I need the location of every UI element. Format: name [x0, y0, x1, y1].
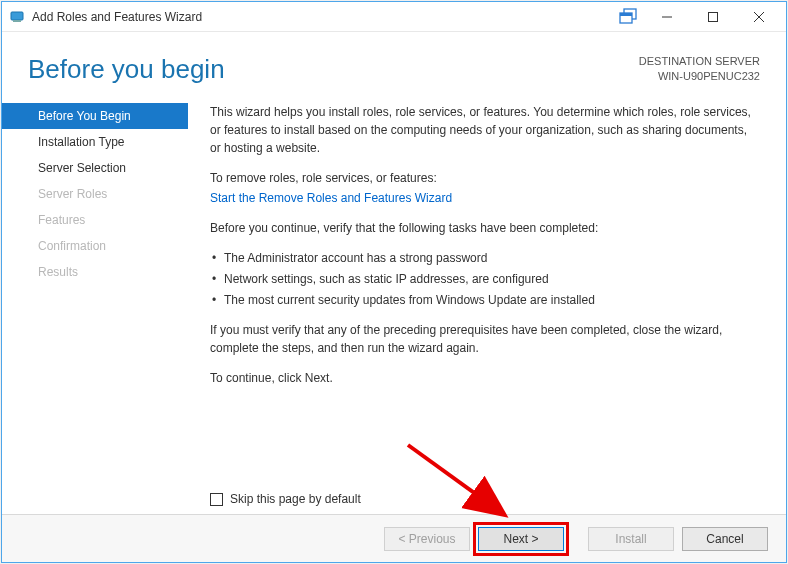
step-before-you-begin[interactable]: Before You Begin [2, 103, 188, 129]
svg-rect-1 [13, 20, 21, 22]
wizard-window: Add Roles and Features Wizard [1, 1, 787, 563]
wizard-steps-sidebar: Before You Begin Installation Type Serve… [2, 97, 188, 514]
step-confirmation: Confirmation [2, 233, 188, 259]
svg-rect-6 [709, 12, 718, 21]
remove-intro-text: To remove roles, role services, or featu… [210, 169, 760, 187]
window-title: Add Roles and Features Wizard [32, 10, 618, 24]
step-server-selection[interactable]: Server Selection [2, 155, 188, 181]
must-verify-text: If you must verify that any of the prece… [210, 321, 760, 357]
titlebar: Add Roles and Features Wizard [2, 2, 786, 32]
cascade-windows-icon [618, 8, 640, 26]
step-results: Results [2, 259, 188, 285]
prerequisite-list: The Administrator account has a strong p… [210, 249, 760, 309]
wizard-footer: < Previous Next > Install Cancel [2, 514, 786, 562]
wizard-body: Before You Begin Installation Type Serve… [2, 97, 786, 514]
intro-text: This wizard helps you install roles, rol… [210, 103, 760, 157]
skip-label: Skip this page by default [230, 492, 361, 506]
skip-page-option[interactable]: Skip this page by default [210, 492, 361, 506]
destination-label: DESTINATION SERVER [639, 54, 760, 69]
svg-rect-0 [11, 12, 23, 20]
window-controls [644, 3, 782, 31]
verify-intro-text: Before you continue, verify that the fol… [210, 219, 760, 237]
previous-button: < Previous [384, 527, 470, 551]
next-button[interactable]: Next > [478, 527, 564, 551]
server-manager-icon [10, 9, 26, 25]
step-features: Features [2, 207, 188, 233]
minimize-button[interactable] [644, 3, 690, 31]
continue-text: To continue, click Next. [210, 369, 760, 387]
remove-roles-link[interactable]: Start the Remove Roles and Features Wiza… [210, 191, 452, 205]
prerequisite-item: The Administrator account has a strong p… [210, 249, 760, 267]
install-button: Install [588, 527, 674, 551]
wizard-content: This wizard helps you install roles, rol… [188, 97, 786, 514]
cancel-button[interactable]: Cancel [682, 527, 768, 551]
wizard-header: Before you begin DESTINATION SERVER WIN-… [2, 32, 786, 97]
page-title: Before you begin [28, 54, 225, 85]
maximize-button[interactable] [690, 3, 736, 31]
skip-checkbox[interactable] [210, 493, 223, 506]
step-installation-type[interactable]: Installation Type [2, 129, 188, 155]
svg-rect-4 [620, 13, 632, 16]
prerequisite-item: The most current security updates from W… [210, 291, 760, 309]
destination-server-name: WIN-U90PENUC232 [639, 69, 760, 84]
step-server-roles: Server Roles [2, 181, 188, 207]
prerequisite-item: Network settings, such as static IP addr… [210, 270, 760, 288]
close-button[interactable] [736, 3, 782, 31]
destination-server-info: DESTINATION SERVER WIN-U90PENUC232 [639, 54, 760, 85]
